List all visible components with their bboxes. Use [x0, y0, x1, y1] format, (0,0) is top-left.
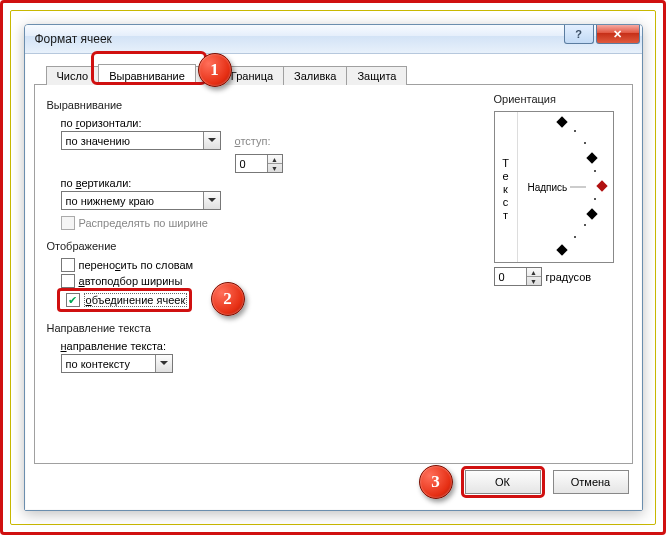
tab-alignment[interactable]: Выравнивание	[98, 64, 196, 85]
orientation-dial[interactable]: Надпись	[518, 112, 613, 262]
tab-fill[interactable]: Заливка	[283, 66, 347, 85]
annotation-frame-outer: Формат ячеек ? ✕ Число Выравнивание т Гр…	[0, 0, 666, 535]
orientation-label: Ориентация	[494, 93, 614, 105]
content-area: Число Выравнивание т Граница Заливка Защ…	[25, 54, 642, 510]
close-button[interactable]: ✕	[596, 25, 640, 44]
tab-protection[interactable]: Защита	[346, 66, 407, 85]
indent-label: отступ:	[235, 135, 271, 147]
orientation-box[interactable]: Текст	[494, 111, 614, 263]
footer-buttons: 3 ОК Отмена	[419, 465, 629, 499]
vertical-combo[interactable]: по нижнему краю	[61, 191, 221, 210]
window-title: Формат ячеек	[35, 32, 112, 46]
orientation-panel: Ориентация Текст	[494, 89, 614, 286]
orientation-horizontal-text: Надпись	[528, 182, 587, 193]
textdir-combo[interactable]: по контексту	[61, 354, 173, 373]
highlight-ok: ОК	[461, 466, 545, 498]
tabpage-alignment: Ориентация Текст	[34, 84, 633, 464]
indent-input[interactable]: 0▲▼	[235, 154, 283, 173]
orientation-degrees-label: градусов	[546, 271, 592, 283]
badge-1: 1	[198, 53, 232, 87]
horizontal-combo[interactable]: по значению	[61, 131, 221, 150]
dialog-window: Формат ячеек ? ✕ Число Выравнивание т Гр…	[24, 24, 643, 511]
merge-checkbox[interactable]: ✔объединение ячеек	[66, 293, 188, 307]
textdir-label: направление текста:	[61, 340, 620, 352]
annotation-frame-inner: Формат ячеек ? ✕ Число Выравнивание т Гр…	[10, 10, 656, 525]
highlight-merge: ✔объединение ячеек	[57, 288, 193, 312]
orientation-degrees-input[interactable]: 0 ▲▼	[494, 267, 542, 286]
titlebar: Формат ячеек ? ✕	[25, 25, 642, 54]
badge-3: 3	[419, 465, 453, 499]
ok-button[interactable]: ОК	[465, 470, 541, 494]
orientation-vertical-text[interactable]: Текст	[495, 112, 518, 262]
direction-group-label: Направление текста	[47, 322, 620, 334]
tab-number[interactable]: Число	[46, 66, 100, 85]
help-button[interactable]: ?	[564, 25, 594, 44]
cancel-button[interactable]: Отмена	[553, 470, 629, 494]
badge-2: 2	[211, 282, 245, 316]
tabs: Число Выравнивание т Граница Заливка Защ…	[46, 60, 633, 84]
